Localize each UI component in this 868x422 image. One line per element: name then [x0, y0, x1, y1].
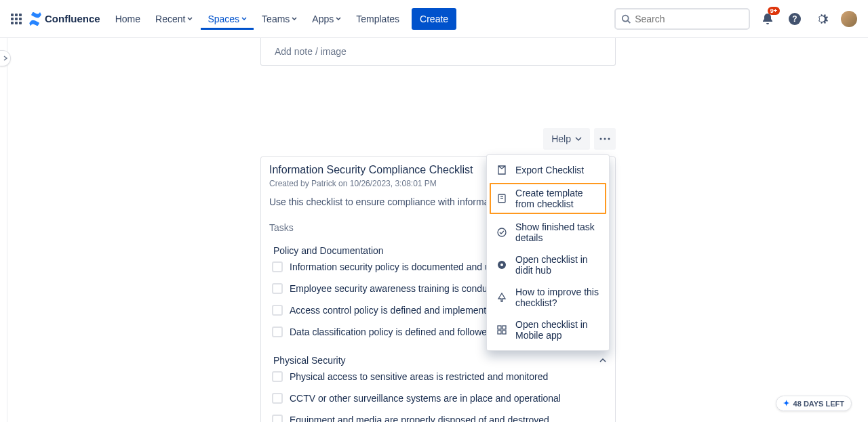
chevron-down-icon	[575, 135, 582, 142]
svg-rect-23	[502, 326, 506, 329]
task-label: Access control policy is defined and imp…	[290, 305, 497, 316]
task-checkbox[interactable]	[272, 326, 283, 337]
dropdown-item[interactable]: Export Checklist	[487, 159, 609, 181]
task-label: Data classification policy is defined an…	[290, 326, 492, 337]
dropdown-item-icon	[496, 324, 507, 335]
help-icon[interactable]: ?	[784, 8, 806, 30]
nav-home[interactable]: Home	[108, 8, 147, 30]
dropdown-item-label: Create template from checklist	[515, 188, 599, 209]
dropdown-item-label: Open checklist in Mobile app	[515, 319, 599, 341]
task-label: Equipment and media are properly dispose…	[290, 415, 549, 422]
search-box[interactable]	[614, 8, 750, 30]
settings-icon[interactable]	[811, 8, 833, 30]
dropdown-item[interactable]: Open checklist in didit hub	[487, 249, 609, 281]
svg-line-10	[628, 20, 631, 23]
dropdown-item-icon	[496, 193, 507, 204]
svg-rect-8	[19, 22, 22, 24]
add-note-placeholder: Add note / image	[275, 46, 347, 57]
task-item[interactable]: Physical access to sensitive areas is re…	[269, 366, 607, 387]
section-header[interactable]: Physical Security	[269, 355, 607, 366]
svg-rect-2	[19, 14, 22, 16]
dropdown-item-icon	[496, 165, 507, 175]
svg-rect-3	[11, 18, 14, 20]
svg-rect-7	[15, 22, 18, 24]
task-checkbox[interactable]	[272, 393, 283, 404]
nav-recent[interactable]: Recent	[149, 8, 199, 30]
days-left-badge[interactable]: ✦ 48 DAYS LEFT	[776, 396, 852, 411]
app-switcher-icon[interactable]	[8, 11, 24, 27]
notification-badge: 9+	[768, 7, 780, 15]
sidebar-divider	[7, 38, 7, 422]
chevron-up-icon	[599, 356, 607, 364]
sparkle-icon: ✦	[783, 399, 789, 408]
dropdown-item[interactable]: How to improve this checklist?	[487, 281, 609, 314]
dropdown-item[interactable]: Create template from checklist	[489, 182, 607, 215]
svg-rect-25	[502, 331, 506, 334]
nav-teams[interactable]: Teams	[255, 8, 304, 30]
task-checkbox[interactable]	[272, 415, 283, 422]
svg-point-19	[498, 228, 506, 236]
svg-rect-24	[498, 331, 501, 334]
dropdown-item-label: Open checklist in didit hub	[515, 254, 599, 276]
dropdown-item[interactable]: Show finished task details	[487, 216, 609, 249]
dropdown-item-icon	[496, 259, 507, 270]
avatar[interactable]	[838, 8, 860, 30]
task-checkbox[interactable]	[272, 261, 283, 272]
svg-rect-1	[15, 14, 18, 16]
svg-rect-5	[19, 18, 22, 20]
svg-text:?: ?	[792, 14, 797, 24]
dropdown-item-label: How to improve this checklist?	[515, 287, 599, 308]
search-input[interactable]	[635, 14, 743, 24]
svg-point-15	[608, 138, 610, 140]
task-checkbox[interactable]	[272, 371, 283, 382]
dropdown-item-icon	[496, 227, 507, 238]
svg-rect-4	[15, 18, 18, 20]
task-label: Physical access to sensitive areas is re…	[290, 371, 548, 382]
svg-point-13	[600, 138, 602, 140]
primary-nav: Home Recent Spaces Teams Apps Templates	[108, 8, 406, 30]
add-note-block[interactable]: Add note / image	[260, 38, 616, 66]
svg-point-14	[604, 138, 606, 140]
confluence-logo[interactable]: Confluence	[28, 12, 100, 26]
help-button[interactable]: Help	[543, 128, 590, 150]
expand-sidebar-button[interactable]	[0, 50, 11, 66]
task-checkbox[interactable]	[272, 283, 283, 294]
dropdown-item-label: Export Checklist	[515, 165, 584, 175]
svg-rect-6	[11, 22, 14, 24]
task-item[interactable]: CCTV or other surveillance systems are i…	[269, 387, 607, 409]
create-button[interactable]: Create	[412, 8, 456, 30]
task-checkbox[interactable]	[272, 305, 283, 316]
svg-rect-22	[498, 326, 501, 329]
more-actions-dropdown: Export ChecklistCreate template from che…	[486, 154, 610, 351]
task-label: CCTV or other surveillance systems are i…	[290, 393, 561, 404]
task-item[interactable]: Equipment and media are properly dispose…	[269, 409, 607, 422]
dropdown-item-icon	[496, 292, 507, 303]
svg-point-9	[623, 15, 629, 21]
nav-templates[interactable]: Templates	[349, 8, 406, 30]
more-actions-button[interactable]	[594, 128, 616, 150]
nav-spaces[interactable]: Spaces	[201, 8, 254, 30]
svg-rect-0	[11, 14, 14, 16]
main-content: Add note / image Help Information Securi…	[0, 38, 868, 422]
svg-point-21	[500, 263, 503, 266]
nav-apps[interactable]: Apps	[305, 8, 348, 30]
top-navigation: Confluence Home Recent Spaces Teams Apps…	[0, 0, 868, 38]
more-icon	[599, 138, 610, 140]
dropdown-item[interactable]: Open checklist in Mobile app	[487, 314, 609, 346]
product-name: Confluence	[45, 13, 100, 24]
dropdown-item-label: Show finished task details	[515, 221, 599, 243]
notifications-icon[interactable]: 9+	[757, 8, 778, 30]
